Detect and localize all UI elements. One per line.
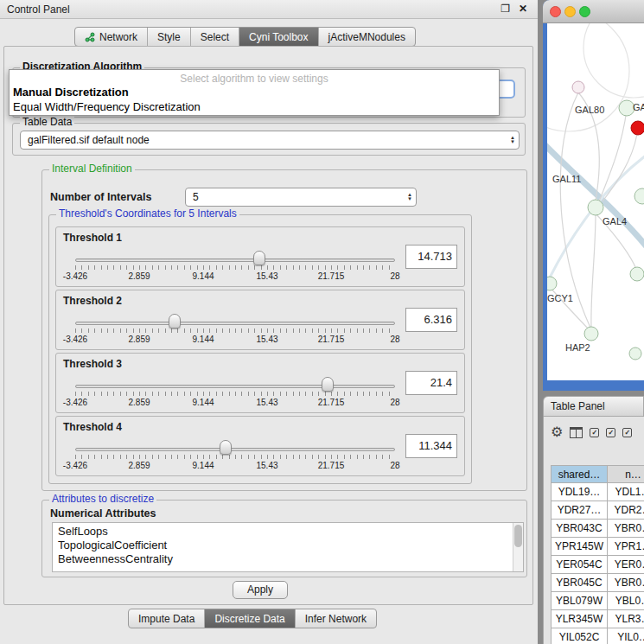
cell[interactable]: YER0… [608,556,644,574]
cell[interactable]: YLR345W [551,610,608,628]
slider-thumb[interactable] [253,251,265,265]
network-window-titlebar[interactable] [543,0,644,23]
close-traffic-light[interactable] [550,6,561,17]
cell[interactable]: YBL079W [551,592,608,610]
threshold-3-slider[interactable]: -3.4262.8599.14415.4321.71528 [75,374,395,411]
table-row[interactable]: YDL19… YDL1… [551,483,644,501]
cell[interactable]: YBR0… [608,520,644,538]
attributes-scrollbar[interactable] [513,523,523,571]
cell[interactable]: YER054C [551,556,608,574]
threshold-3-value-field[interactable]: 21.4 [405,371,457,395]
interval-definition-title: Interval Definition [49,163,135,175]
cell[interactable]: YDR2… [608,501,644,520]
edge[interactable] [591,214,596,327]
tab-label: Infer Network [305,613,367,625]
tab-style[interactable]: Style [148,28,191,46]
slider-thumb[interactable] [169,314,181,328]
cell[interactable]: YDR27… [551,501,608,520]
cell[interactable]: YBR0… [608,574,644,592]
cell[interactable]: YBR045C [551,574,608,592]
cell[interactable]: YDL19… [551,483,608,501]
tab-label: jActiveMNodules [328,31,405,43]
cell[interactable]: YIL052C [551,628,608,644]
threshold-2-value-field[interactable]: 6.316 [405,308,457,332]
table-row[interactable]: YPR145W YPR1… [551,538,644,556]
node[interactable] [588,200,603,215]
threshold-3-label: Threshold 3 [63,358,122,370]
node[interactable] [547,277,557,290]
threshold-1-label: Threshold 1 [63,232,122,244]
node-label-gcy1: GCY1 [547,293,573,303]
edge[interactable] [549,153,644,279]
close-panel-icon[interactable]: ✕ [519,3,527,15]
table-panel-body: ⚙ ✓ ✓ ✓ shared… n… YDL19… YDL1… YDR27… Y… [543,417,644,644]
tab-label: Style [157,31,181,43]
list-item[interactable]: BetweennessCentrality [53,552,523,566]
gear-icon[interactable]: ⚙ [551,424,563,441]
list-item[interactable]: SelfLoops [53,523,523,539]
algorithm-dropdown-popup: Select algorithm to view settings Manual… [9,69,500,116]
node[interactable] [630,267,644,281]
cell[interactable]: YBR043C [551,520,608,538]
cell[interactable]: YBL0… [608,592,644,610]
cell[interactable]: YPR1… [608,538,644,556]
tab-discretize-data[interactable]: Discretize Data [205,609,295,628]
page: Control Panel ❐ ✕ Network Style Select [0,0,644,644]
network-graph[interactable]: GAL80 GA GAL11 GAL4 GCY1 HAP2 [547,23,644,380]
threshold-4-slider[interactable]: -3.4262.8599.14415.4321.71528 [75,437,395,474]
checkbox-icon[interactable]: ✓ [622,428,632,437]
numerical-attributes-label: Numerical Attributes [50,507,156,520]
algorithm-option-equal-width[interactable]: Equal Width/Frequency Discretization [10,99,499,114]
column-header-name[interactable]: n… [608,465,644,483]
threshold-4-value-field[interactable]: 11.344 [405,434,457,458]
tab-cyni-toolbox[interactable]: Cyni Toolbox [239,28,318,46]
table-row[interactable]: YIL052C YIL0… [551,628,644,644]
columns-icon[interactable] [570,427,583,438]
node[interactable] [584,327,598,341]
table-data-combo[interactable]: galFiltered.sif default node ▲▼ [20,131,520,150]
slider-track[interactable] [75,258,395,262]
minimize-traffic-light[interactable] [564,6,576,17]
table-row[interactable]: YBL079W YBL0… [551,592,644,610]
tab-infer-network[interactable]: Infer Network [296,609,376,628]
threshold-1-slider[interactable]: -3.4262.8599.14415.4321.71528 [75,248,395,284]
node-table: shared… n… YDL19… YDL1… YDR27… YDR2… YBR… [551,465,644,644]
checkbox-icon[interactable]: ✓ [590,428,599,437]
slider-thumb[interactable] [322,377,334,392]
tab-jactivemnodules[interactable]: jActiveMNodules [319,28,415,46]
tab-network[interactable]: Network [75,28,148,46]
table-row[interactable]: YBR045C YBR0… [551,574,644,592]
node-selected-red[interactable] [631,121,644,135]
table-row[interactable]: YLR345W YLR3… [551,610,644,628]
combo-stepper-icon: ▲▼ [510,136,515,144]
tab-select[interactable]: Select [191,28,239,46]
cell[interactable]: YIL0… [608,628,644,644]
table-row[interactable]: YDR27… YDR2… [551,501,644,520]
node[interactable] [572,81,584,93]
apply-button[interactable]: Apply [233,581,288,599]
slider-track[interactable] [75,322,395,325]
slider-thumb[interactable] [220,440,232,455]
cell[interactable]: YPR145W [551,538,608,556]
float-window-icon[interactable]: ❐ [501,3,510,15]
slider-track[interactable] [75,448,395,451]
slider-track[interactable] [75,385,395,388]
slider-scale: -3.4262.8599.14415.4321.71528 [75,461,395,471]
node[interactable] [634,188,644,204]
column-header-shared-name[interactable]: shared… [551,465,608,483]
list-item[interactable]: TopologicalCoefficient [53,539,523,552]
cell[interactable]: YLR3… [608,610,644,628]
checkbox-icon[interactable]: ✓ [606,428,615,437]
node[interactable] [629,348,641,360]
scrollbar-thumb[interactable] [514,525,522,547]
cell[interactable]: YDL1… [608,483,644,501]
network-canvas[interactable]: GAL80 GA GAL11 GAL4 GCY1 HAP2 [547,23,644,380]
table-row[interactable]: YBR043C YBR0… [551,520,644,538]
table-row[interactable]: YER054C YER0… [551,556,644,574]
tab-impute-data[interactable]: Impute Data [129,609,205,628]
threshold-1-value-field[interactable]: 14.713 [405,245,457,269]
threshold-2-slider[interactable]: -3.4262.8599.14415.4321.71528 [75,311,395,348]
zoom-traffic-light[interactable] [579,6,590,17]
number-of-intervals-combo[interactable]: 5 ▲▼ [185,188,417,207]
algorithm-option-manual[interactable]: Manual Discretization [10,85,499,99]
